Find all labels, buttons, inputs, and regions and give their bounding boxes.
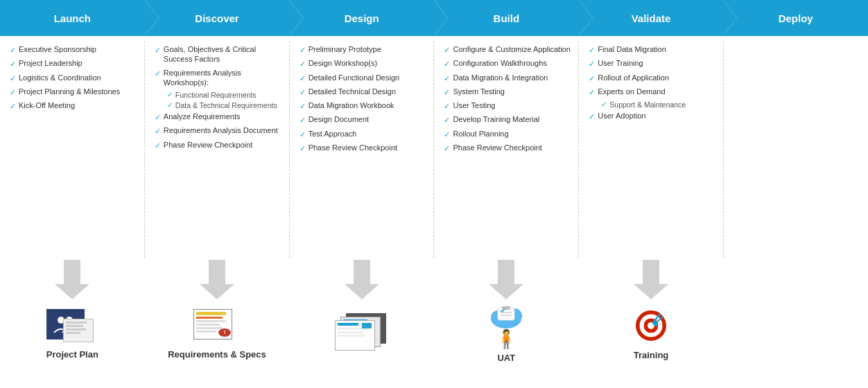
target-icon [634, 308, 668, 343]
item-text: Experts on Demand [598, 87, 665, 96]
item-text: Configure & Customize Application [453, 44, 570, 54]
phase-label-launch: Launch [54, 12, 91, 24]
item-text: Test Approach [309, 129, 357, 139]
launch-col: ✓ Executive Sponsorship ✓ Project Leader… [0, 42, 145, 258]
req-line [196, 324, 220, 326]
arrow-design [289, 260, 434, 298]
arrow-head [55, 284, 89, 299]
figure-icon: 🧍 [495, 328, 517, 350]
phase-design: Design [289, 0, 434, 36]
item-text: Phase Review Checkpoint [164, 140, 252, 150]
design-logo-block [362, 323, 372, 328]
phase-launch: Launch [0, 0, 145, 36]
item-text: Detailed Functional Design [309, 73, 399, 82]
phase-banner: Launch Discover Design Build Validate De… [0, 0, 868, 36]
check-icon: ✓ [444, 45, 450, 55]
list-item: ✓ Design Document [300, 114, 428, 125]
design-col: ✓ Preliminary Prototype ✓ Design Worksho… [290, 42, 435, 258]
item-text: Configuration Walkthroughs [453, 58, 546, 68]
check-icon: ✓ [300, 101, 306, 111]
list-item: ✓ Requirements Analysis Workshop(s): [155, 68, 284, 88]
phase-label-validate: Validate [632, 12, 671, 24]
deliverable-design-docs [289, 313, 434, 355]
arrows-row [0, 258, 868, 299]
list-item: ✓ Configure & Customize Application [444, 44, 573, 55]
check-icon: ✓ [444, 73, 450, 83]
deploy-col [724, 42, 868, 258]
list-item: ✓ Preliminary Prototype [300, 44, 428, 55]
cloud-clipboard-icon [488, 305, 524, 331]
check-icon: ✓ [10, 45, 16, 55]
requirements-label: Requirements & Specs [168, 349, 266, 360]
project-plan-icon [46, 309, 98, 345]
list-item: ✓ Detailed Technical Design [300, 87, 428, 97]
item-text: Project Leadership [19, 58, 83, 68]
phase-discover: Discover [145, 0, 290, 36]
check-icon: ✓ [10, 73, 16, 83]
list-item: ✓ Phase Review Checkpoint [300, 143, 428, 153]
uat-label: UAT [497, 353, 515, 363]
main-container: Launch Discover Design Build Validate De… [0, 0, 868, 388]
item-text: Rollout of Application [598, 73, 669, 82]
item-text: Design Document [309, 114, 369, 124]
list-item: ✓ User Training [589, 58, 718, 69]
sub-list-item: ✓ Data & Technical Requirements [167, 101, 284, 109]
training-label: Training [634, 350, 669, 360]
arrow-body [498, 260, 514, 284]
sub-item-text: Support & Maintenance [609, 100, 686, 109]
phase-label-build: Build [494, 12, 520, 24]
validate-col: ✓ Final Data Migration ✓ User Training ✓… [579, 42, 724, 258]
check-icon: ✓ [300, 45, 306, 55]
check-icon: ✓ [589, 59, 595, 69]
item-text: Data Migration & Integration [453, 73, 548, 82]
plan-line [66, 332, 81, 334]
arrow-validate [579, 260, 724, 298]
design-docs-icon [333, 313, 390, 351]
item-text: Requirements Analysis Document [164, 125, 278, 135]
list-item: ✓ User Adoption [589, 111, 718, 121]
down-arrow [55, 260, 89, 298]
check-icon: ✓ [155, 126, 161, 136]
sub-item-text: Data & Technical Requirements [175, 101, 277, 109]
check-icon: ✓ [10, 59, 16, 69]
plan-line [66, 325, 83, 327]
list-item: ✓ System Testing [444, 87, 573, 97]
arrow-body [354, 260, 370, 284]
check-icon: ✓ [300, 115, 306, 125]
arrow-head [345, 284, 379, 299]
requirements-icon: ! [192, 309, 242, 345]
req-line [196, 327, 223, 329]
item-text: Develop Training Material [453, 114, 539, 124]
list-item: ✓ Phase Review Checkpoint [444, 143, 573, 153]
list-item: ✓ Data Migration & Integration [444, 73, 573, 83]
sub-check-icon: ✓ [167, 101, 173, 109]
sub-list-item: ✓ Functional Requirements [167, 91, 284, 99]
plan-line [66, 321, 87, 324]
list-item: ✓ Test Approach [300, 129, 428, 139]
check-icon: ✓ [10, 101, 16, 111]
list-item: ✓ Executive Sponsorship [10, 44, 139, 55]
bottom-area: Project Plan ! Requirements & Specs [0, 299, 868, 369]
list-item: ✓ User Testing [444, 100, 573, 111]
arrow-body [643, 260, 659, 284]
list-item: ✓ Kick-Off Meeting [10, 100, 139, 111]
item-text: Design Workshop(s) [309, 58, 377, 68]
check-icon: ✓ [300, 143, 306, 153]
item-text: Detailed Technical Design [309, 87, 396, 96]
item-text: Phase Review Checkpoint [309, 143, 397, 152]
deliverable-training: Training [579, 308, 724, 360]
check-icon: ✓ [444, 101, 450, 111]
check-icon: ✓ [155, 69, 161, 78]
list-item: ✓ Requirements Analysis Document [155, 125, 284, 136]
uat-icon: 🧍 [488, 305, 524, 350]
item-text: Project Planning & Milestones [19, 87, 120, 96]
req-line [196, 312, 226, 315]
item-text: Executive Sponsorship [19, 44, 96, 54]
list-item: ✓ Project Leadership [10, 58, 139, 69]
project-plan-label: Project Plan [46, 349, 98, 360]
list-item: ✓ Rollout of Application [589, 73, 718, 83]
item-text: User Testing [453, 100, 495, 110]
list-item: ✓ Rollout Planning [444, 129, 573, 139]
arrow-head [200, 284, 234, 299]
item-text: Phase Review Checkpoint [453, 143, 541, 152]
